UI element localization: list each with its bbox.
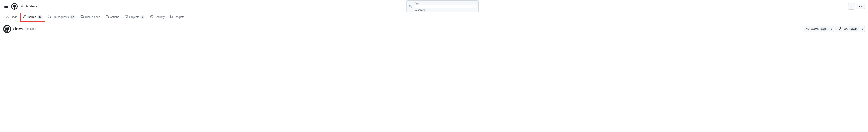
navbar-left: github / docs	[3, 3, 37, 10]
projects-badge: 6	[141, 15, 145, 18]
tab-code-label: Code	[11, 15, 18, 18]
breadcrumb-separator: /	[29, 5, 29, 8]
eye-icon	[806, 27, 809, 31]
tab-projects-label: Projects	[129, 15, 140, 18]
tab-insights[interactable]: Insights	[167, 13, 187, 21]
repo-header: docs Public Watch 2.3k ▾ Fork	[0, 22, 868, 36]
repo-actions: Watch 2.3k ▾ Fork 61.9k ▾	[804, 26, 865, 32]
watch-dropdown-button[interactable]: ▾	[829, 26, 834, 32]
terminal-icon: >_	[850, 5, 853, 8]
plus-icon: +	[859, 5, 860, 8]
tab-code[interactable]: <> Code	[3, 13, 20, 21]
watch-chevron-icon: ▾	[831, 28, 832, 31]
breadcrumb-repo[interactable]: docs	[30, 5, 37, 8]
top-navbar: github / docs 🔍 Type / to search >_ + ▾	[0, 0, 868, 13]
fork-button[interactable]: Fork 61.9k	[836, 26, 860, 32]
hamburger-line-3	[4, 7, 8, 8]
projects-icon	[125, 15, 128, 19]
tab-security[interactable]: Security	[147, 13, 167, 21]
tab-pull-requests[interactable]: Pull requests 17	[45, 13, 78, 21]
fork-button-group: Fork 61.9k ▾	[836, 26, 865, 32]
tab-security-label: Security	[155, 15, 165, 18]
repo-logo-icon	[3, 25, 11, 33]
issues-badge: 40	[37, 15, 42, 18]
hamburger-menu-button[interactable]	[3, 4, 9, 9]
repo-name[interactable]: docs	[13, 27, 24, 32]
tab-issues-label: Issues	[27, 15, 36, 18]
fork-count: 61.9k	[849, 28, 858, 31]
issues-icon	[23, 15, 26, 19]
repo-tabs: <> Code Issues 40 Pull requests 17 Discu…	[0, 13, 868, 22]
hamburger-line-2	[4, 6, 8, 7]
chevron-down-icon: ▾	[861, 5, 863, 8]
search-bar[interactable]: 🔍 Type / to search	[406, 0, 478, 12]
navbar-right: >_ + ▾	[848, 3, 865, 10]
pull-requests-badge: 17	[70, 15, 75, 18]
tab-actions[interactable]: Actions	[103, 13, 122, 21]
watch-count: 2.3k	[820, 28, 827, 31]
insights-icon	[170, 15, 174, 19]
watch-button[interactable]: Watch 2.3k	[804, 26, 829, 32]
tab-insights-label: Insights	[175, 15, 184, 18]
breadcrumb-owner[interactable]: github	[20, 5, 28, 8]
repo-info: docs Public	[3, 25, 36, 33]
code-icon: <>	[6, 15, 10, 18]
actions-icon	[105, 15, 109, 19]
github-logo-icon[interactable]	[11, 3, 18, 10]
hamburger-line-1	[4, 5, 8, 5]
search-placeholder-text: Type / to search	[414, 2, 476, 11]
tab-discussions-label: Discussions	[85, 15, 100, 18]
fork-icon	[838, 27, 841, 31]
breadcrumb: github / docs	[20, 5, 37, 8]
fork-label: Fork	[842, 28, 848, 31]
tab-issues[interactable]: Issues 40	[20, 13, 45, 21]
create-new-button[interactable]: + ▾	[857, 4, 865, 9]
tab-actions-label: Actions	[110, 15, 119, 18]
watch-label: Watch	[811, 28, 818, 31]
tab-projects[interactable]: Projects 6	[122, 13, 148, 21]
discussions-icon	[81, 15, 84, 19]
navbar-center: 🔍 Type / to search	[40, 0, 845, 12]
fork-chevron-icon: ▾	[862, 28, 863, 31]
terminal-button[interactable]: >_	[848, 3, 855, 10]
repo-visibility-badge: Public	[26, 27, 36, 31]
search-icon: 🔍	[409, 5, 412, 8]
fork-dropdown-button[interactable]: ▾	[860, 26, 865, 32]
tab-discussions[interactable]: Discussions	[78, 13, 103, 21]
security-icon	[150, 15, 153, 19]
pull-requests-icon	[48, 15, 51, 19]
search-shortcut-badge: /	[414, 5, 476, 8]
tab-pull-requests-label: Pull requests	[53, 15, 69, 18]
watch-button-group: Watch 2.3k ▾	[804, 26, 834, 32]
